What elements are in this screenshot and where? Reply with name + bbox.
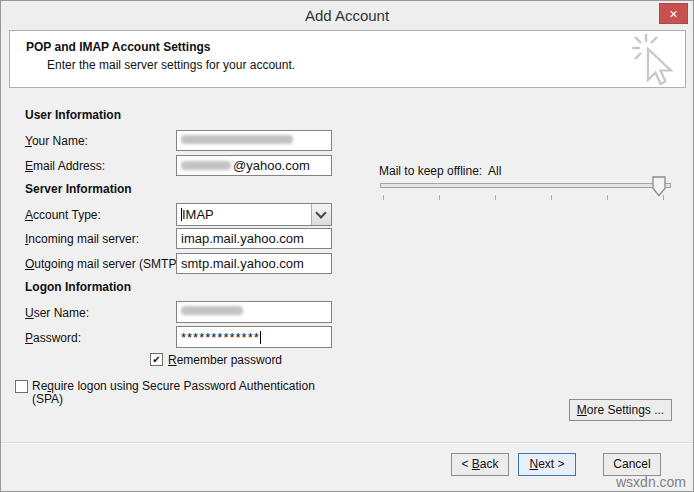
next-button[interactable]: Next > xyxy=(518,453,576,476)
close-button[interactable]: × xyxy=(659,3,688,24)
more-settings-button[interactable]: More Settings ... xyxy=(569,399,672,421)
remember-password-checkbox[interactable]: ✔ xyxy=(150,353,163,366)
title-bar[interactable]: Add Account xyxy=(1,1,693,30)
slider-tick xyxy=(663,195,664,200)
access-key: M xyxy=(577,403,587,417)
user-name-input[interactable] xyxy=(176,301,332,323)
watermark: wsxdn.com xyxy=(616,474,686,490)
slider-tick xyxy=(383,195,384,200)
slider-tick xyxy=(551,195,552,200)
account-type-label: Account Type: xyxy=(25,208,101,222)
account-type-select[interactable]: IMAP xyxy=(176,203,332,226)
access-key: P xyxy=(25,331,33,345)
offline-mail-value: All xyxy=(488,164,501,178)
outgoing-server-value: smtp.mail.yahoo.com xyxy=(181,256,304,271)
access-key: A xyxy=(25,208,33,222)
your-name-label: Your Name: xyxy=(25,134,88,148)
add-account-dialog: Add Account × POP and IMAP Account Setti… xyxy=(0,0,694,492)
access-key: B xyxy=(472,457,480,471)
account-type-value: IMAP xyxy=(182,207,214,222)
email-domain-text: @yahoo.com xyxy=(233,158,310,173)
section-user-information: User Information xyxy=(25,108,121,122)
cursor-click-icon xyxy=(631,33,677,87)
outgoing-server-input[interactable]: smtp.mail.yahoo.com xyxy=(176,253,332,274)
section-logon-information: Logon Information xyxy=(25,280,131,294)
back-button[interactable]: < Back xyxy=(451,453,509,476)
redacted-username-value xyxy=(181,306,243,315)
check-icon: ✔ xyxy=(152,354,160,365)
outgoing-server-label: Outgoing mail server (SMTP): xyxy=(25,257,184,271)
incoming-server-label: Incoming mail server: xyxy=(25,232,139,246)
your-name-input[interactable] xyxy=(176,130,332,151)
incoming-server-value: imap.mail.yahoo.com xyxy=(181,231,304,246)
slider-tick xyxy=(439,195,440,200)
cancel-button[interactable]: Cancel xyxy=(603,453,661,476)
access-key: R xyxy=(168,353,177,367)
incoming-server-input[interactable]: imap.mail.yahoo.com xyxy=(176,228,332,249)
section-server-information: Server Information xyxy=(25,182,132,196)
user-name-label: User Name: xyxy=(25,306,89,320)
spa-label-line1[interactable]: Require logon using Secure Password Auth… xyxy=(32,379,315,393)
close-icon: × xyxy=(669,6,677,22)
email-address-label: Email Address: xyxy=(25,159,105,173)
chevron-down-icon xyxy=(315,207,326,218)
redacted-email-prefix xyxy=(181,161,231,170)
access-key: E xyxy=(25,159,33,173)
redacted-name-value xyxy=(181,135,293,144)
access-key: U xyxy=(25,306,34,320)
password-input[interactable]: ************* xyxy=(176,326,332,348)
spa-label-line2[interactable]: (SPA) xyxy=(32,392,63,406)
slider-tick xyxy=(495,195,496,200)
spa-checkbox[interactable] xyxy=(15,380,28,393)
slider-tick xyxy=(607,195,608,200)
password-label: Password: xyxy=(25,331,81,345)
offline-slider-thumb[interactable] xyxy=(652,176,667,197)
email-address-input[interactable]: @yahoo.com xyxy=(176,155,332,176)
access-key: Y xyxy=(25,134,32,148)
remember-password-label[interactable]: Remember password xyxy=(168,353,282,367)
divider-highlight xyxy=(1,443,693,444)
offline-mail-label: Mail to keep offline: xyxy=(379,164,482,178)
page-subtitle: Enter the mail server settings for your … xyxy=(47,58,295,72)
access-key: N xyxy=(529,457,538,471)
window-title: Add Account xyxy=(1,1,693,30)
header-band: POP and IMAP Account Settings Enter the … xyxy=(9,30,686,88)
dropdown-button[interactable] xyxy=(311,204,331,225)
text-caret xyxy=(260,331,261,344)
access-key: O xyxy=(25,257,34,271)
page-title: POP and IMAP Account Settings xyxy=(26,40,210,54)
offline-slider-track[interactable] xyxy=(380,183,671,188)
password-masked-value: ************* xyxy=(181,330,260,345)
